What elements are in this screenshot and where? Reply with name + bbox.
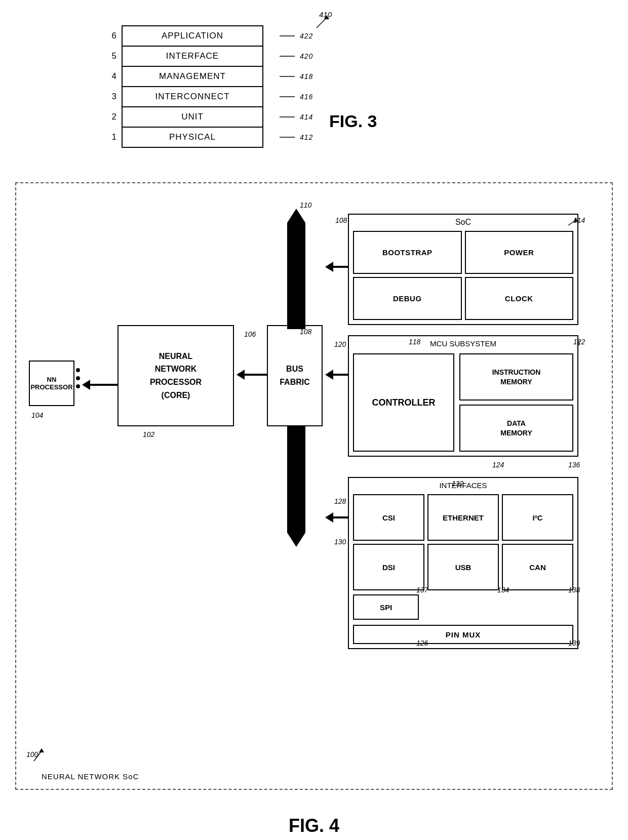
layer-num-6: 6: [101, 31, 116, 41]
layer-ref-4: 418: [280, 71, 313, 82]
spi-cell: SPI: [353, 594, 419, 620]
ref-139: 139: [568, 639, 580, 647]
nn-processor-label2: PROCESSOR: [30, 383, 72, 391]
svg-marker-1: [324, 15, 329, 19]
nnp-core-label: NEURALNETWORKPROCESSOR(CORE): [150, 350, 202, 402]
layer-ref-3: 416: [280, 92, 313, 102]
nn-processor-box: NN PROCESSOR: [29, 361, 74, 406]
interfaces-box: INTERFACES CSI ETHERNET I²C DSI USB CAN …: [348, 477, 578, 649]
mcu-title: MCU SUBSYSTEM: [430, 339, 496, 348]
layer-num-5: 5: [101, 51, 116, 61]
layer-box-6: APPLICATION422: [122, 25, 263, 47]
svg-marker-9: [39, 748, 44, 752]
soc-bootstrap: BOOTSTRAP: [353, 231, 462, 274]
layer-num-4: 4: [101, 71, 116, 82]
layer-row-3: 3INTERCONNECT416: [101, 86, 405, 107]
ref-134: 134: [497, 586, 509, 594]
layer-box-1: PHYSICAL412: [122, 127, 263, 148]
ref-122: 122: [573, 338, 585, 346]
can-cell: CAN: [502, 544, 573, 590]
connector-dots: [76, 368, 80, 388]
ref-138: 138: [568, 586, 580, 594]
spi-label: SPI: [380, 603, 392, 612]
layer-ref-2: 414: [280, 112, 313, 122]
instruction-memory-box: INSTRUCTIONMEMORY: [459, 353, 573, 401]
soc-box: SoC BOOTSTRAP POWER DEBUG CLOCK: [348, 214, 578, 325]
svg-marker-11: [573, 218, 578, 222]
layer-ref-6: 422: [280, 31, 313, 41]
ref-126: 126: [416, 639, 428, 647]
layer-ref-1: 412: [280, 132, 313, 142]
soc-debug: DEBUG: [353, 277, 462, 320]
layer-box-2: UNIT414: [122, 106, 263, 128]
ref-106: 106: [244, 330, 256, 338]
ref-136: 136: [568, 461, 580, 469]
csi-cell: CSI: [353, 494, 424, 541]
ref-132: 132: [452, 479, 463, 488]
usb-cell: USB: [427, 544, 499, 590]
layer-box-5: INTERFACE420: [122, 46, 263, 67]
pinmux-cell: PIN MUX: [353, 625, 573, 644]
layer-box-3: INTERCONNECT416: [122, 86, 263, 107]
layer-row-6: 6APPLICATION422: [101, 25, 405, 47]
bus-fabric-label: BUSFABRIC: [280, 363, 310, 388]
dsi-cell: DSI: [353, 544, 424, 590]
layer-ref-5: 420: [280, 51, 313, 61]
pinmux-label: PIN MUX: [446, 630, 481, 639]
fig4-title: FIG. 4: [289, 815, 339, 836]
mcu-controller-box: CONTROLLER: [353, 353, 454, 452]
ref-110: 110: [300, 201, 311, 209]
soc-power: POWER: [465, 231, 574, 274]
layer-box-4: MANAGEMENT418: [122, 66, 263, 87]
large-down-arrow: [287, 426, 305, 547]
i2c-cell: I²C: [502, 494, 573, 541]
ref-100-arrow: [31, 748, 47, 764]
ref-108a: 108: [300, 328, 311, 336]
ethernet-cell: ETHERNET: [427, 494, 499, 541]
ref-137: 137: [416, 586, 428, 594]
soc-title: SoC: [455, 218, 471, 227]
bus-fabric-box: BUSFABRIC: [267, 325, 323, 426]
ref-118: 118: [409, 338, 420, 346]
layer-row-4: 4MANAGEMENT418: [101, 66, 405, 87]
layer-row-5: 5INTERFACE420: [101, 46, 405, 67]
ref-128: 128: [334, 497, 346, 505]
layer-num-1: 1: [101, 132, 116, 142]
ref-104: 104: [31, 411, 43, 419]
ref-120: 120: [334, 340, 346, 348]
soc-clock: CLOCK: [465, 277, 574, 320]
layer-num-3: 3: [101, 92, 116, 102]
large-up-arrow: [287, 209, 305, 329]
data-memory-box: DATAMEMORY: [459, 405, 573, 452]
fig3-title: FIG. 3: [329, 111, 377, 131]
layer-num-2: 2: [101, 112, 116, 122]
instruction-memory-label: INSTRUCTIONMEMORY: [492, 368, 541, 386]
mcu-box: MCU SUBSYSTEM CONTROLLER INSTRUCTIONMEMO…: [348, 335, 578, 457]
ref-102: 102: [143, 430, 154, 438]
ref-114-arrow: [566, 218, 581, 228]
mcu-controller-label: CONTROLLER: [372, 397, 436, 408]
fig4-outer-box: NEURAL NETWORK SoC 100 NN PROCESSOR 104: [15, 182, 613, 790]
nn-processor-label1: NN: [47, 376, 57, 383]
nnp-core-box: NEURALNETWORKPROCESSOR(CORE): [117, 325, 234, 426]
ref-124: 124: [492, 461, 504, 469]
ref-130: 130: [334, 538, 346, 546]
ref-108b: 108: [335, 216, 347, 224]
neural-network-soc-label: NEURAL NETWORK SoC: [42, 772, 139, 781]
data-memory-label: DATAMEMORY: [500, 419, 532, 437]
